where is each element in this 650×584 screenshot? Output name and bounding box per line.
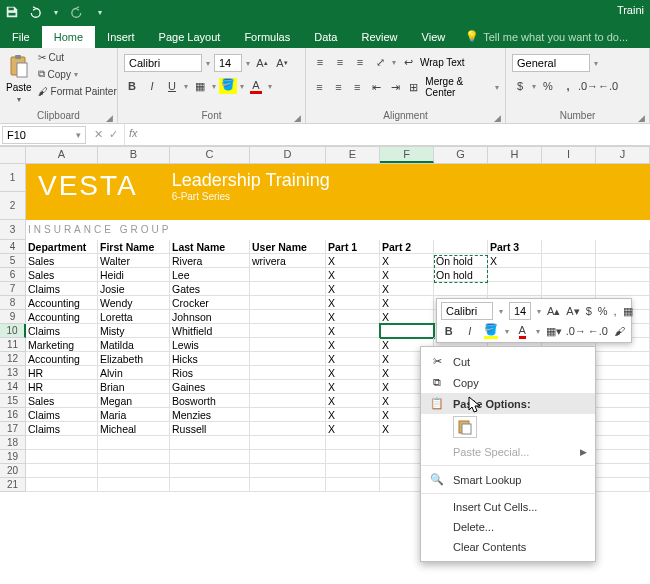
tab-data[interactable]: Data xyxy=(302,26,349,48)
cell-F1[interactable] xyxy=(380,164,434,192)
cell-C4[interactable]: Last Name xyxy=(170,240,250,254)
formula-input[interactable]: fx xyxy=(124,124,650,145)
cell-A19[interactable] xyxy=(26,450,98,464)
cell-A18[interactable] xyxy=(26,436,98,450)
cell-E19[interactable] xyxy=(326,450,380,464)
name-box[interactable]: F10▾ xyxy=(2,126,86,144)
merge-dropdown-icon[interactable]: ▾ xyxy=(495,83,499,92)
align-middle-icon[interactable]: ≡ xyxy=(332,54,348,70)
cell-C13[interactable]: Rios xyxy=(170,366,250,380)
clipboard-dialog-icon[interactable]: ◢ xyxy=(106,113,113,123)
mini-decimal-dec-icon[interactable]: ←.0 xyxy=(590,323,606,339)
mini-borders-icon[interactable]: ▦ xyxy=(623,303,633,319)
font-name-input[interactable] xyxy=(124,54,202,72)
cell-D8[interactable] xyxy=(250,296,326,310)
cell-D19[interactable] xyxy=(250,450,326,464)
worksheet[interactable]: ABCDEFGHIJ 1234DepartmentFirst NameLast … xyxy=(0,146,650,492)
row-header[interactable]: 17 xyxy=(0,422,26,436)
cell-A3[interactable] xyxy=(26,220,98,240)
ctx-paste-special[interactable]: Paste Special...▶ xyxy=(421,442,595,462)
ctx-insert-cut-cells[interactable]: Insert Cut Cells... xyxy=(421,497,595,517)
tab-insert[interactable]: Insert xyxy=(95,26,147,48)
cell-E13[interactable]: X xyxy=(326,366,380,380)
cell-E1[interactable] xyxy=(326,164,380,192)
cell-E11[interactable]: X xyxy=(326,338,380,352)
accounting-icon[interactable]: $ xyxy=(512,78,528,94)
cell-C12[interactable]: Hicks xyxy=(170,352,250,366)
cell-F2[interactable] xyxy=(380,192,434,220)
cell-H2[interactable] xyxy=(488,192,542,220)
column-headers[interactable]: ABCDEFGHIJ xyxy=(0,146,650,164)
cell-A17[interactable]: Claims xyxy=(26,422,98,436)
number-format-select[interactable] xyxy=(512,54,590,72)
column-header-D[interactable]: D xyxy=(250,147,326,163)
column-header-I[interactable]: I xyxy=(542,147,596,163)
cell-G2[interactable] xyxy=(434,192,488,220)
percent-icon[interactable]: % xyxy=(540,78,556,94)
cell-E4[interactable]: Part 1 xyxy=(326,240,380,254)
cell-J1[interactable] xyxy=(596,164,650,192)
row-header[interactable]: 14 xyxy=(0,380,26,394)
cell-D1[interactable] xyxy=(250,164,326,192)
cell-D17[interactable] xyxy=(250,422,326,436)
cell-J17[interactable] xyxy=(596,422,650,436)
cell-C9[interactable]: Johnson xyxy=(170,310,250,324)
cell-D6[interactable] xyxy=(250,268,326,282)
cell-A12[interactable]: Accounting xyxy=(26,352,98,366)
cell-E21[interactable] xyxy=(326,478,380,492)
mini-bold-icon[interactable]: B xyxy=(441,323,456,339)
row-header[interactable]: 13 xyxy=(0,366,26,380)
font-dropdown-icon[interactable]: ▾ xyxy=(206,59,210,68)
row-header[interactable]: 7 xyxy=(0,282,26,296)
paste-option-default[interactable] xyxy=(453,416,477,438)
row-header[interactable]: 15 xyxy=(0,394,26,408)
cell-C3[interactable] xyxy=(170,220,250,240)
cell-C14[interactable]: Gaines xyxy=(170,380,250,394)
cancel-formula-icon[interactable]: ✕ xyxy=(94,128,103,141)
cell-F4[interactable]: Part 2 xyxy=(380,240,434,254)
cell-B21[interactable] xyxy=(98,478,170,492)
chevron-down-icon[interactable]: ▾ xyxy=(76,130,81,140)
cell-E7[interactable]: X xyxy=(326,282,380,296)
merge-label[interactable]: Merge & Center xyxy=(425,76,491,98)
cell-D3[interactable] xyxy=(250,220,326,240)
cell-A11[interactable]: Marketing xyxy=(26,338,98,352)
cell-B3[interactable] xyxy=(98,220,170,240)
cell-G6[interactable]: On hold xyxy=(434,268,488,282)
cell-I6[interactable] xyxy=(542,268,596,282)
row-header[interactable]: 2 xyxy=(0,192,26,220)
size-dropdown-icon[interactable]: ▾ xyxy=(246,59,250,68)
mini-comma-icon[interactable]: , xyxy=(614,303,617,319)
cell-A8[interactable]: Accounting xyxy=(26,296,98,310)
cell-I1[interactable] xyxy=(542,164,596,192)
cell-C5[interactable]: Rivera xyxy=(170,254,250,268)
row-header[interactable]: 18 xyxy=(0,436,26,450)
column-header-J[interactable]: J xyxy=(596,147,650,163)
mini-italic-icon[interactable]: I xyxy=(462,323,477,339)
cell-E17[interactable]: X xyxy=(326,422,380,436)
cell-G5[interactable]: On hold xyxy=(434,254,488,268)
mini-shrink-font-icon[interactable]: A▾ xyxy=(566,303,579,319)
tab-view[interactable]: View xyxy=(410,26,458,48)
font-dialog-icon[interactable]: ◢ xyxy=(294,113,301,123)
cell-D16[interactable] xyxy=(250,408,326,422)
column-header-F[interactable]: F xyxy=(380,147,434,163)
font-size-input[interactable] xyxy=(214,54,242,72)
cell-J6[interactable] xyxy=(596,268,650,282)
cell-D12[interactable] xyxy=(250,352,326,366)
cell-D13[interactable] xyxy=(250,366,326,380)
accounting-dropdown-icon[interactable]: ▾ xyxy=(532,82,536,91)
cell-C8[interactable]: Crocker xyxy=(170,296,250,310)
row-header[interactable]: 5 xyxy=(0,254,26,268)
cell-A13[interactable]: HR xyxy=(26,366,98,380)
ctx-cut[interactable]: ✂Cut xyxy=(421,351,595,372)
cell-B4[interactable]: First Name xyxy=(98,240,170,254)
wrap-text-label[interactable]: Wrap Text xyxy=(420,57,465,68)
cell-E5[interactable]: X xyxy=(326,254,380,268)
row-header[interactable]: 16 xyxy=(0,408,26,422)
align-top-icon[interactable]: ≡ xyxy=(312,54,328,70)
mini-font-name[interactable] xyxy=(441,302,493,320)
cell-D21[interactable] xyxy=(250,478,326,492)
row-header[interactable]: 9 xyxy=(0,310,26,324)
row-header[interactable]: 8 xyxy=(0,296,26,310)
